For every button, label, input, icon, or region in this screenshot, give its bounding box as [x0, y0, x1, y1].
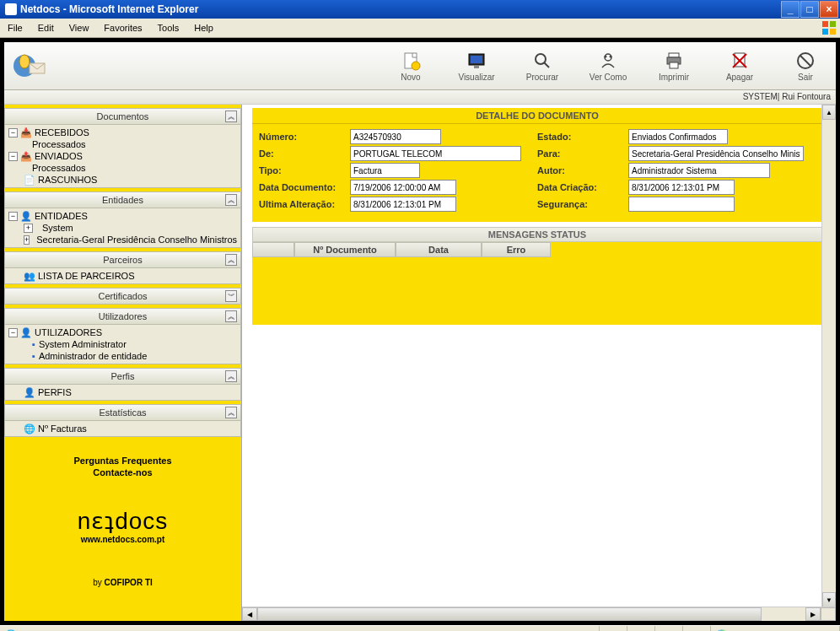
label-seguranca: Segurança:	[537, 199, 628, 209]
section-title: Utilizadores	[99, 311, 147, 321]
apagar-button[interactable]: Apagar	[716, 50, 763, 82]
faq-link[interactable]: Perguntas Frequentes	[6, 456, 240, 466]
collapse-icon[interactable]: ︽	[225, 310, 237, 322]
svg-point-14	[605, 56, 607, 58]
col-erro[interactable]: Erro	[482, 242, 551, 257]
scroll-right-icon[interactable]: ▶	[805, 607, 821, 621]
tree-entidades[interactable]: −👤ENTIDADES	[5, 210, 240, 222]
section-estatisticas[interactable]: Estatísticas ︽	[4, 404, 241, 421]
sidebar: Documentos ︽ −📥RECEBIDOS Processados −📤E…	[4, 105, 242, 621]
search-icon	[531, 50, 553, 72]
maximize-button[interactable]: □	[800, 1, 819, 18]
expand-icon[interactable]: ︾	[225, 290, 237, 302]
credit-text: by by COFIPOR TICOFIPOR TI	[4, 578, 241, 587]
svg-rect-2	[822, 29, 828, 35]
col-data[interactable]: Data	[396, 242, 482, 257]
field-seguranca[interactable]	[628, 197, 735, 212]
field-de[interactable]	[350, 146, 521, 161]
field-estado[interactable]	[628, 129, 728, 144]
tree-enviados-proc[interactable]: Processados	[5, 162, 240, 174]
visualizar-button[interactable]: Visualizar	[453, 50, 500, 82]
collapse-icon[interactable]: ︽	[225, 370, 237, 382]
collapse-icon[interactable]: ︽	[225, 194, 237, 206]
section-entidades[interactable]: Entidades ︽	[4, 191, 241, 208]
menu-favorites[interactable]: Favorites	[96, 20, 149, 35]
section-parceiros[interactable]: Parceiros ︽	[4, 251, 241, 268]
field-ultalt[interactable]	[350, 197, 456, 212]
menubar: File Edit View Favorites Tools Help	[0, 19, 840, 38]
field-datadoc[interactable]	[350, 180, 456, 195]
tree-system[interactable]: +System	[5, 222, 240, 234]
messages-panel: MENSAGENS STATUS Nº Documento Data Erro	[252, 227, 822, 257]
contact-link[interactable]: Contacte-nos	[6, 467, 240, 477]
collapse-icon[interactable]: ︽	[225, 254, 237, 266]
section-utilizadores[interactable]: Utilizadores ︽	[4, 308, 241, 325]
section-documentos[interactable]: Documentos ︽	[4, 108, 241, 125]
scroll-track[interactable]	[257, 607, 805, 621]
vercomo-button[interactable]: Ver Como	[584, 50, 632, 82]
svg-rect-9	[471, 56, 482, 63]
profile-icon: 👤	[24, 387, 35, 397]
menu-edit[interactable]: Edit	[30, 20, 62, 35]
section-title: Estatísticas	[99, 407, 146, 418]
scroll-left-icon[interactable]: ◀	[242, 607, 257, 621]
visualizar-label: Visualizar	[458, 73, 494, 82]
section-title: Perfis	[110, 371, 134, 381]
collapse-icon[interactable]: ︽	[225, 407, 237, 418]
field-tipo[interactable]	[350, 163, 420, 178]
menu-view[interactable]: View	[62, 20, 97, 35]
scroll-corner	[821, 607, 836, 621]
imprimir-button[interactable]: Imprimir	[650, 50, 697, 82]
vertical-scrollbar[interactable]: ▲ ▼	[821, 105, 836, 607]
scroll-thumb[interactable]	[257, 607, 762, 621]
content-area: DETALHE DO DOCUMENTO Número: De: Tipo: D…	[242, 105, 836, 621]
apagar-label: Apagar	[726, 73, 753, 82]
window-title: Netdocs - Microsoft Internet Explorer	[20, 3, 198, 15]
entity-icon: 👤	[20, 211, 32, 221]
field-para[interactable]	[628, 146, 804, 161]
tree-rascunhos[interactable]: 📄RASCUNHOS	[5, 174, 240, 186]
window-titlebar: Netdocs - Microsoft Internet Explorer _ …	[0, 0, 840, 19]
statusbar: 🌐 Done 🌍 Internet	[0, 625, 840, 631]
tree-secretaria[interactable]: +Secretaria-Geral Presidência Conselho M…	[5, 234, 240, 245]
label-ultalt: Ultima Alteração:	[259, 199, 350, 209]
menu-file[interactable]: File	[0, 20, 30, 35]
col-selector[interactable]	[252, 242, 294, 257]
tree-entadmin[interactable]: ▪Administrador de entidade	[5, 350, 240, 362]
tree-lista-parceiros[interactable]: 👥LISTA DE PARCEIROS	[5, 270, 240, 282]
tree-nfacturas[interactable]: 🌐Nº Facturas	[5, 423, 240, 434]
label-numero: Número:	[259, 132, 350, 142]
svg-line-12	[544, 62, 549, 67]
brand-logo: nɛʇdocs	[4, 507, 241, 535]
scroll-down-icon[interactable]: ▼	[822, 592, 836, 607]
sair-label: Sair	[798, 73, 813, 82]
globe-icon: 🌐	[24, 423, 35, 434]
field-datacri[interactable]	[628, 180, 735, 195]
tree-enviados[interactable]: −📤ENVIADOS	[5, 150, 240, 162]
label-tipo: Tipo:	[259, 165, 350, 175]
menu-help[interactable]: Help	[186, 20, 221, 35]
section-certificados[interactable]: Certificados ︾	[4, 288, 241, 305]
tree-utilizadores[interactable]: −👤UTILIZADORES	[5, 326, 240, 338]
novo-button[interactable]: Novo	[387, 50, 434, 82]
tree-perfis[interactable]: 👤PERFIS	[5, 386, 240, 398]
tree-recebidos-proc[interactable]: Processados	[5, 138, 240, 150]
collapse-icon[interactable]: ︽	[225, 111, 237, 122]
tree-recebidos[interactable]: −📥RECEBIDOS	[5, 127, 240, 138]
section-title: Parceiros	[103, 255, 142, 265]
brand-url[interactable]: www.netdocs.com.pt	[4, 535, 241, 544]
field-numero[interactable]	[350, 129, 441, 144]
section-title: Certificados	[98, 291, 147, 301]
col-ndoc[interactable]: Nº Documento	[294, 242, 396, 257]
field-autor[interactable]	[628, 163, 770, 178]
close-button[interactable]: ×	[820, 1, 838, 18]
minimize-button[interactable]: _	[781, 1, 800, 18]
procurar-button[interactable]: Procurar	[519, 50, 566, 82]
scroll-up-icon[interactable]: ▲	[822, 105, 836, 120]
menu-tools[interactable]: Tools	[150, 20, 187, 35]
label-datacri: Data Criação:	[537, 182, 628, 192]
horizontal-scrollbar[interactable]: ◀ ▶	[242, 607, 836, 621]
tree-sysadmin[interactable]: ▪System Administrator	[5, 338, 240, 350]
section-perfis[interactable]: Perfis ︽	[4, 368, 241, 385]
sair-button[interactable]: Sair	[782, 50, 829, 82]
